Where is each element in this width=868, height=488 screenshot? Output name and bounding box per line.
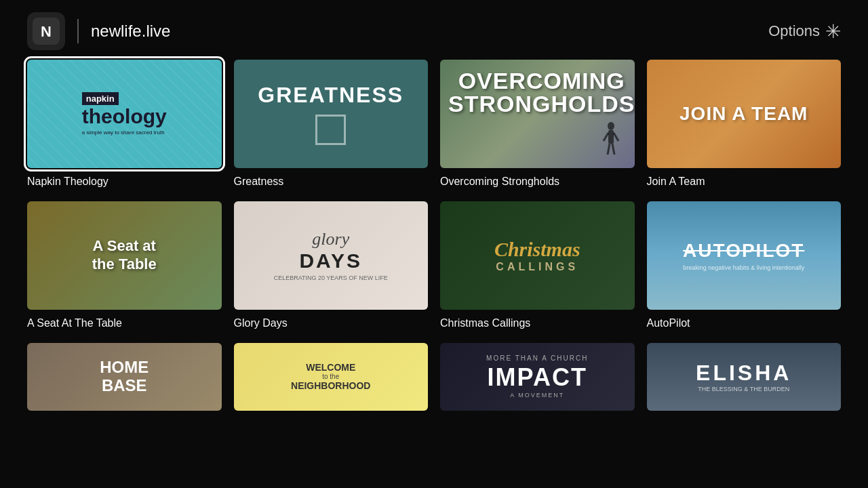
label-join-a-team: Join A Team	[647, 175, 842, 189]
card-impact[interactable]: MORE THAN A CHURCH IMPACT A MOVEMENT	[440, 343, 635, 418]
site-name: newlife.live	[91, 22, 170, 41]
header-divider	[77, 19, 79, 43]
card-seat-at-the-table[interactable]: A Seat atthe Table A Seat At The Table	[27, 201, 222, 331]
card-greatness[interactable]: GREATNESS Greatness	[234, 60, 429, 189]
logo-box: N	[27, 12, 65, 50]
svg-line-6	[608, 144, 610, 155]
card-join-a-team[interactable]: JOIN A TEAM Join A Team	[647, 60, 842, 189]
svg-text:N: N	[41, 23, 52, 40]
thumb-napkin-theology: napkin theology a simple way to share sa…	[27, 60, 222, 168]
thumb-join-a-team: JOIN A TEAM	[647, 60, 842, 168]
label-christmas-callings: Christmas Callings	[440, 317, 635, 331]
card-autopilot[interactable]: AUTOPILOT breaking negative habits & liv…	[647, 201, 842, 331]
label-seat-at-the-table: A Seat At The Table	[27, 317, 222, 331]
header-left: N newlife.live	[27, 12, 170, 50]
card-overcoming-strongholds[interactable]: OVERCOMINGSTRONGHOLDS Overcoming Strongh…	[440, 60, 635, 189]
thumb-glory-days: glory DAYS CELEBRATING 20 YEARS OF NEW L…	[234, 201, 429, 310]
content-grid: napkin theology a simple way to share sa…	[0, 60, 868, 418]
thumb-overcoming-strongholds: OVERCOMINGSTRONGHOLDS	[440, 60, 635, 168]
svg-rect-3	[608, 130, 614, 144]
thumb-christmas-callings: Christmas CALLINGS	[440, 201, 635, 310]
figure-silhouette	[601, 121, 621, 161]
thumb-elisha: ELISHA THE BLESSING & THE BURDEN	[647, 343, 842, 411]
card-home-base[interactable]: HOMEBASE	[27, 343, 222, 418]
label-autopilot: AutoPilot	[647, 317, 842, 331]
thumb-seat-at-the-table: A Seat atthe Table	[27, 201, 222, 310]
options-label: Options	[768, 22, 820, 40]
card-welcome-neighborhood[interactable]: WELCOME to the NEIGHBORHOOD	[234, 343, 429, 418]
thumb-impact: MORE THAN A CHURCH IMPACT A MOVEMENT	[440, 343, 635, 411]
card-glory-days[interactable]: glory DAYS CELEBRATING 20 YEARS OF NEW L…	[234, 201, 429, 331]
svg-line-5	[614, 133, 618, 141]
svg-line-7	[612, 144, 614, 155]
card-elisha[interactable]: ELISHA THE BLESSING & THE BURDEN	[647, 343, 842, 418]
header: N newlife.live Options ✳	[0, 0, 868, 60]
thumb-home-base: HOMEBASE	[27, 343, 222, 411]
label-greatness: Greatness	[234, 175, 429, 189]
logo-icon: N	[33, 18, 60, 45]
label-overcoming-strongholds: Overcoming Strongholds	[440, 175, 635, 189]
label-glory-days: Glory Days	[234, 317, 429, 331]
thumb-welcome-neighborhood: WELCOME to the NEIGHBORHOOD	[234, 343, 429, 411]
card-napkin-theology[interactable]: napkin theology a simple way to share sa…	[27, 60, 222, 189]
thumb-autopilot: AUTOPILOT breaking negative habits & liv…	[647, 201, 842, 310]
card-christmas-callings[interactable]: Christmas CALLINGS Christmas Callings	[440, 201, 635, 331]
thumb-greatness: GREATNESS	[234, 60, 429, 168]
label-napkin-theology: Napkin Theology	[27, 175, 222, 189]
svg-point-2	[608, 122, 614, 130]
asterisk-icon: ✳	[825, 20, 841, 43]
options-button[interactable]: Options ✳	[768, 20, 841, 43]
svg-line-4	[604, 133, 608, 141]
